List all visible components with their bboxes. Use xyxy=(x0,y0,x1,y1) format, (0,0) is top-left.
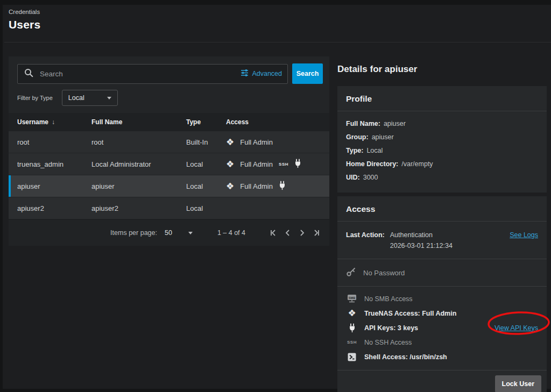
profile-card-title: Profile xyxy=(337,86,547,111)
access-list: SMB No SMB Access ❖ TrueNAS Access: Full… xyxy=(337,287,547,370)
shell-access-text: Shell Access: /usr/bin/zsh xyxy=(364,353,447,361)
first-page-button[interactable] xyxy=(267,226,281,240)
truenas-logo-icon: ❖ xyxy=(346,309,358,318)
svg-text:SMB: SMB xyxy=(349,296,355,300)
filter-type-value: Local xyxy=(68,94,84,102)
chevron-down-icon xyxy=(107,97,111,99)
header-divider xyxy=(4,42,551,42)
see-logs-link[interactable]: See Logs xyxy=(510,230,538,251)
profile-fields: Full Name:apiuser Group:apiuser Type:Loc… xyxy=(337,111,547,193)
api-key-plug-icon xyxy=(294,159,301,170)
details-title: Details for apiuser xyxy=(337,64,547,75)
cell-username: apiuser xyxy=(17,182,91,190)
access-card-title: Access xyxy=(337,196,547,222)
field-type: Type:Local xyxy=(346,144,538,158)
shell-access-row: Shell Access: /usr/bin/zsh xyxy=(346,350,538,364)
advanced-search-button[interactable]: Advanced xyxy=(241,69,282,79)
last-action-values: Authentication 2026-03-01 21:12:34 xyxy=(390,230,453,251)
column-header-access[interactable]: Access xyxy=(226,118,329,126)
access-level-text: Full Admin xyxy=(240,182,273,190)
ssh-icon: SSH xyxy=(346,340,358,345)
no-password-row: No Password xyxy=(337,259,547,287)
field-group: Group:apiuser xyxy=(346,131,538,144)
last-action-time: 2026-03-01 21:12:34 xyxy=(390,240,453,251)
table-row-apiuser2[interactable]: apiuser2 apiuser2 Local xyxy=(9,197,329,219)
paginator: Items per page: 50 1 – 4 of 4 xyxy=(9,219,329,246)
search-input[interactable]: Search Advanced xyxy=(17,64,288,84)
table-row-truenas-admin[interactable]: truenas_admin Local Administrator Local … xyxy=(9,153,329,175)
api-keys-row: API Keys: 3 keys View API Keys xyxy=(346,320,538,335)
search-button[interactable]: Search xyxy=(292,63,323,84)
cell-type: Local xyxy=(186,204,226,212)
access-level-text: Full Admin xyxy=(240,160,273,168)
column-header-username[interactable]: Username ↓ xyxy=(17,118,91,126)
ssh-access-text: No SSH Access xyxy=(364,339,412,346)
field-full-name: Full Name:apiuser xyxy=(346,117,538,131)
cell-access: ❖ Full Admin SSH xyxy=(226,159,329,170)
table-row-apiuser[interactable]: apiuser apiuser Local ❖ Full Admin xyxy=(9,175,329,197)
column-header-type[interactable]: Type xyxy=(186,118,226,126)
breadcrumb[interactable]: Credentials xyxy=(9,9,40,15)
smb-access-row: SMB No SMB Access xyxy=(346,291,538,306)
lock-user-button[interactable]: Lock User xyxy=(495,375,541,392)
page-range-text: 1 – 4 of 4 xyxy=(217,229,245,237)
last-action-value: Authentication xyxy=(390,230,453,240)
truenas-logo-icon: ❖ xyxy=(226,138,234,147)
api-key-plug-icon xyxy=(279,181,286,192)
details-panel: Details for apiuser Profile Full Name:ap… xyxy=(337,56,547,392)
chevron-down-icon[interactable] xyxy=(188,232,193,234)
access-level-text: Full Admin xyxy=(240,138,273,146)
table-row-root[interactable]: root root Built-In ❖ Full Admin xyxy=(9,131,329,153)
profile-card: Profile Full Name:apiuser Group:apiuser … xyxy=(337,86,547,193)
shell-terminal-icon xyxy=(346,353,358,361)
cell-access: ❖ Full Admin xyxy=(226,138,329,147)
cell-full-name: apiuser xyxy=(91,182,186,190)
search-placeholder: Search xyxy=(40,70,241,78)
ssh-access-row: SSH No SSH Access xyxy=(346,335,538,350)
page-title: Users xyxy=(9,18,40,31)
filter-row: Filter by Type Local xyxy=(9,84,329,113)
truenas-access-text: TrueNAS Access: Full Admin xyxy=(364,310,456,317)
no-password-text: No Password xyxy=(363,269,405,277)
advanced-label: Advanced xyxy=(252,70,282,77)
page-header: Credentials Users xyxy=(9,9,40,31)
last-page-button[interactable] xyxy=(309,226,323,240)
tune-icon xyxy=(241,69,249,79)
cell-username: apiuser2 xyxy=(17,204,91,212)
window-left-edge xyxy=(0,0,3,392)
items-per-page-value[interactable]: 50 xyxy=(165,229,172,237)
last-action-label: Last Action: xyxy=(346,230,385,251)
access-card: Access Last Action: Authentication 2026-… xyxy=(337,196,547,392)
last-action-section: Last Action: Authentication 2026-03-01 2… xyxy=(337,222,547,259)
field-uid: UID:3000 xyxy=(346,171,538,184)
sort-desc-icon: ↓ xyxy=(52,118,55,126)
filter-type-select[interactable]: Local xyxy=(62,90,118,106)
truenas-logo-icon: ❖ xyxy=(226,182,234,191)
api-keys-text: API Keys: 3 keys xyxy=(364,324,418,332)
cell-type: Local xyxy=(186,160,226,168)
ssh-icon: SSH xyxy=(279,162,288,167)
smb-icon: SMB xyxy=(346,294,358,303)
filter-by-type-label: Filter by Type xyxy=(17,95,53,101)
table-header: Username ↓ Full Name Type Access xyxy=(9,113,329,131)
field-home-directory: Home Directory:/var/empty xyxy=(346,158,538,171)
previous-page-button[interactable] xyxy=(281,226,295,240)
truenas-logo-icon: ❖ xyxy=(226,160,234,169)
view-api-keys-link[interactable]: View API Keys xyxy=(495,324,538,332)
column-header-full-name[interactable]: Full Name xyxy=(91,118,186,126)
cell-full-name: apiuser2 xyxy=(91,204,186,212)
api-key-plug-icon xyxy=(346,323,358,333)
cell-full-name: Local Administrator xyxy=(91,160,186,168)
cell-type: Local xyxy=(186,182,226,190)
items-per-page-label: Items per page: xyxy=(110,229,157,237)
cell-username: root xyxy=(17,138,91,146)
access-card-footer: Lock User xyxy=(337,370,547,392)
users-list-card: Search Advanced Search Filter by Type Lo… xyxy=(9,56,329,246)
cell-type: Built-In xyxy=(186,138,226,146)
truenas-access-row: ❖ TrueNAS Access: Full Admin xyxy=(346,306,538,320)
next-page-button[interactable] xyxy=(295,226,309,240)
window-top-edge xyxy=(0,0,551,5)
cell-access: ❖ Full Admin xyxy=(226,181,329,192)
search-row: Search Advanced Search xyxy=(9,56,329,84)
smb-access-text: No SMB Access xyxy=(364,295,413,303)
